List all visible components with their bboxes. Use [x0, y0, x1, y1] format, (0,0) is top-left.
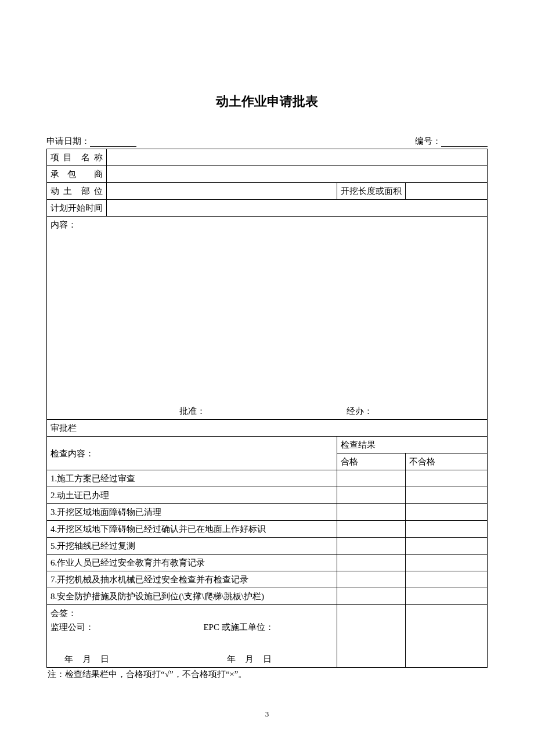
fail-cell	[405, 571, 487, 588]
page-number: 3	[0, 710, 534, 719]
contractor-label: 承包 商	[47, 166, 107, 183]
fail-label: 不合格	[405, 453, 487, 470]
pass-cell	[337, 470, 405, 487]
contractor-value	[107, 166, 488, 183]
plan-start-label: 计划开始时间	[47, 200, 107, 217]
dig-length-label: 开挖长度或面积	[337, 183, 405, 200]
apply-date-blank	[90, 138, 136, 147]
project-name-label: 项目 名称	[47, 149, 107, 166]
pass-label: 合格	[337, 453, 405, 470]
check-item: 4.开挖区域地下障碍物已经过确认并已在地面上作好标识	[47, 521, 337, 538]
pass-cell	[337, 588, 405, 605]
location-label: 动土 部位	[47, 183, 107, 200]
pass-cell	[337, 521, 405, 538]
check-item: 1.施工方案已经过审查	[47, 470, 337, 487]
fail-cell	[405, 504, 487, 521]
check-item: 3.开挖区域地面障碍物已清理	[47, 504, 337, 521]
date-right: 年 月 日	[227, 652, 337, 666]
serial-blank	[441, 138, 488, 147]
check-item: 6.作业人员已经过安全教育并有教育记录	[47, 555, 337, 571]
form-table: 项目 名称 承包 商 动土 部位 开挖长度或面积 计划开始时间 内容： 批准： …	[46, 149, 488, 668]
pass-cell	[337, 555, 405, 571]
location-value	[107, 183, 337, 200]
content-cell: 内容： 批准： 经办：	[47, 217, 488, 420]
approve-label: 批准：	[47, 404, 205, 418]
pass-cell	[337, 487, 405, 504]
inspect-result-label: 检查结果	[337, 437, 487, 453]
page-title: 动土作业申请批表	[46, 93, 488, 110]
sign-fail-cell	[405, 605, 487, 668]
check-item: 8.安全防护措施及防护设施已到位(\支撑\爬梯\跳板\护栏)	[47, 588, 337, 605]
apply-date-label: 申请日期：	[46, 136, 90, 146]
fail-cell	[405, 588, 487, 605]
check-item: 7.开挖机械及抽水机械已经过安全检查并有检查记录	[47, 571, 337, 588]
plan-start-value	[107, 200, 488, 217]
fail-cell	[405, 555, 487, 571]
dig-length-value	[405, 183, 487, 200]
pass-cell	[337, 571, 405, 588]
project-name-value	[107, 149, 488, 166]
content-label: 内容：	[50, 220, 77, 229]
date-left: 年 月 日	[47, 652, 227, 666]
serial-label: 编号：	[415, 136, 441, 146]
pass-cell	[337, 538, 405, 555]
fail-cell	[405, 487, 487, 504]
inspect-content-label: 检查内容：	[47, 437, 337, 470]
handle-label: 经办：	[205, 404, 373, 418]
check-item: 5.开挖轴线已经过复测	[47, 538, 337, 555]
fail-cell	[405, 521, 487, 538]
pass-cell	[337, 504, 405, 521]
supervisor-label: 监理公司：	[50, 620, 180, 634]
header-row: 申请日期： 编号：	[46, 136, 488, 147]
epc-label: EPC 或施工单位：	[180, 620, 333, 634]
footnote: 注：检查结果栏中，合格项打“√”，不合格项打“×”。	[46, 668, 488, 681]
approval-col-label: 审批栏	[47, 420, 488, 437]
sign-cell: 会签： 监理公司： EPC 或施工单位： 年 月 日 年 月 日	[47, 605, 337, 668]
fail-cell	[405, 470, 487, 487]
sign-pass-cell	[337, 605, 405, 668]
cosign-label: 会签：	[50, 606, 333, 620]
check-item: 2.动土证已办理	[47, 487, 337, 504]
fail-cell	[405, 538, 487, 555]
